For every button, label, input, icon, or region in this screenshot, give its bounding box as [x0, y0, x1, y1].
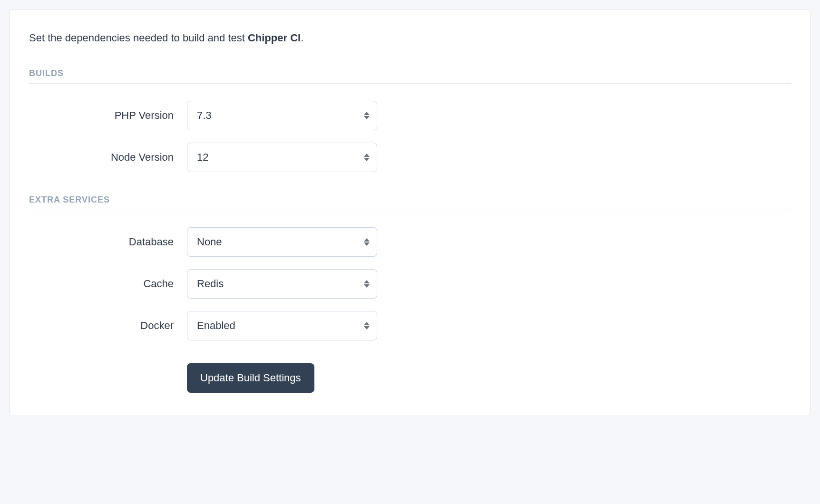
php-version-label: PHP Version: [29, 109, 187, 122]
intro-project-name: Chipper CI: [248, 32, 301, 44]
cache-label: Cache: [29, 278, 187, 290]
form-actions: Update Build Settings: [187, 363, 791, 393]
database-row: Database None: [29, 227, 791, 257]
node-version-select-wrapper: 12: [187, 143, 377, 172]
php-version-select-wrapper: 7.3: [187, 101, 377, 130]
extra-services-section: EXTRA SERVICES Database None Cache Redis…: [29, 195, 791, 340]
extra-services-section-title: EXTRA SERVICES: [29, 195, 791, 210]
php-version-select[interactable]: 7.3: [187, 101, 377, 130]
node-version-select[interactable]: 12: [187, 143, 377, 172]
update-build-settings-button[interactable]: Update Build Settings: [187, 363, 314, 393]
docker-select[interactable]: Enabled: [187, 311, 377, 340]
php-version-row: PHP Version 7.3: [29, 101, 791, 130]
docker-select-wrapper: Enabled: [187, 311, 377, 340]
node-version-row: Node Version 12: [29, 143, 791, 172]
database-select[interactable]: None: [187, 227, 377, 257]
database-label: Database: [29, 236, 187, 248]
node-version-label: Node Version: [29, 151, 187, 164]
cache-select-wrapper: Redis: [187, 269, 377, 299]
build-settings-card: Set the dependencies needed to build and…: [10, 10, 810, 416]
intro-prefix: Set the dependencies needed to build and…: [29, 32, 248, 44]
builds-section-title: BUILDS: [29, 68, 791, 84]
docker-label: Docker: [29, 320, 187, 332]
cache-select[interactable]: Redis: [187, 269, 377, 299]
builds-section: BUILDS PHP Version 7.3 Node Version 12: [29, 68, 791, 172]
database-select-wrapper: None: [187, 227, 377, 257]
cache-row: Cache Redis: [29, 269, 791, 299]
intro-text: Set the dependencies needed to build and…: [29, 31, 791, 46]
docker-row: Docker Enabled: [29, 311, 791, 340]
intro-suffix: .: [301, 32, 303, 44]
